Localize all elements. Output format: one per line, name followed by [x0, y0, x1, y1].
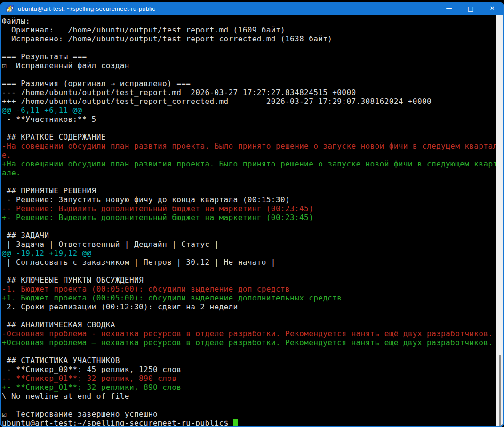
terminal-line: ## КРАТКОЕ СОДЕРЖАНИЕ: [2, 133, 496, 142]
maximize-button[interactable]: □: [460, 2, 481, 15]
terminal-line: 2. Сроки реализации (00:12:30): сдвиг на…: [2, 302, 496, 311]
terminal-line: [2, 124, 496, 133]
terminal-line: е.: [2, 150, 496, 159]
minimize-button[interactable]: —: [438, 2, 460, 15]
terminal-line: ## КЛЮЧЕВЫЕ ПУНКТЫ ОБСУЖДЕНИЯ: [2, 276, 496, 285]
terminal-line: -- **Спикер_01**: 32 реплик, 890 слов: [2, 374, 496, 383]
title-bar[interactable]: ubuntu@art-test: ~/spelling-securemeet-r…: [1, 2, 503, 15]
terminal-line: але.: [2, 168, 496, 177]
terminal-line: - Решение: Запустить новую фичу до конца…: [2, 195, 496, 204]
window-controls: — □ ✕: [438, 2, 503, 15]
terminal-line: [2, 177, 496, 186]
terminal-line: ☑ Исправленный файл создан: [2, 61, 496, 70]
terminal-line: - **Участников:** 5: [2, 115, 496, 124]
terminal-line: -- Решение: Выдилить дополнительный бюдж…: [2, 204, 496, 213]
terminal-line: +- Решение: Выделить дополнительный бюдж…: [2, 213, 496, 222]
terminal-line: Исправлено: /home/ubuntu/output/test_rep…: [2, 34, 496, 43]
terminal-line: [2, 222, 496, 231]
terminal-body: Файлы: Оригинал: /home/ubuntu/output/tes…: [1, 15, 503, 426]
close-button[interactable]: ✕: [481, 2, 503, 15]
terminal-line: +- **Спикер_01**: 32 реплики, 890 слов: [2, 383, 496, 392]
terminal-line: ## ПРИНЯТЫЕ РЕШЕНИЯ: [2, 186, 496, 195]
scrollbar[interactable]: [496, 15, 503, 426]
terminal-line: === Различия (оригинал → исправлено) ===: [2, 79, 496, 88]
terminal-line: [2, 267, 496, 276]
terminal-line: @@ -19,12 +19,12 @@: [2, 249, 496, 258]
terminal-line: [2, 70, 496, 79]
terminal-line: @@ -6,11 +6,11 @@: [2, 106, 496, 115]
terminal-window: ubuntu@art-test: ~/spelling-securemeet-r…: [0, 2, 504, 427]
terminal-line: ## ЗАДАЧИ: [2, 231, 496, 240]
terminal-line: -Основная проблема - нехватка ресурсов в…: [2, 329, 496, 338]
terminal-line: [2, 401, 496, 410]
terminal-line: +На совещании обсудили план развития про…: [2, 159, 496, 168]
terminal-line: Оригинал: /home/ubuntu/output/test_repor…: [2, 25, 496, 34]
terminal-line: +1. Бюджет проекта (00:05:00): обсудили …: [2, 293, 496, 302]
terminal-line: Файлы:: [2, 16, 496, 25]
terminal-line: ☑ Тестирование завершено успешно: [2, 410, 496, 419]
terminal-line: === Результаты ===: [2, 52, 496, 61]
terminal-line: | Согласовать с заказчиком | Петров | 30…: [2, 258, 496, 267]
terminal-output[interactable]: Файлы: Оригинал: /home/ubuntu/output/tes…: [1, 15, 496, 426]
terminal-line: -1. Бюджет проекта (00:05:00): обсудили …: [2, 285, 496, 293]
terminal-line: | Задача | Ответственный | Дедлайн | Ста…: [2, 240, 496, 249]
terminal-line: [2, 347, 496, 356]
terminal-line: ubuntu@art-test:~/spelling-securemeet-ru…: [2, 419, 496, 426]
cursor-block: [233, 419, 238, 426]
terminal-line: - **Спикер_00**: 45 реплик, 1250 слов: [2, 365, 496, 374]
terminal-line: --- /home/ubuntu/output/test_report.md 2…: [2, 88, 496, 97]
terminal-line: +++ /home/ubuntu/output/test_report_corr…: [2, 97, 496, 106]
putty-icon: [6, 4, 14, 13]
terminal-line: [2, 43, 496, 52]
terminal-line: +Основная проблема — нехватка ресурсов в…: [2, 338, 496, 347]
terminal-line: [2, 311, 496, 320]
terminal-line: -На совещании обсудили план развтия прое…: [2, 142, 496, 150]
terminal-line: ## АНАЛИТИЧЕСКАЯ СВОДКА: [2, 320, 496, 329]
scrollbar-thumb[interactable]: [499, 355, 501, 427]
window-title: ubuntu@art-test: ~/spelling-securemeet-r…: [18, 5, 438, 12]
terminal-line: ## СТАТИСТИКА УЧАСТНИКОВ: [2, 356, 496, 365]
terminal-line: \ No newline at end of file: [2, 392, 496, 401]
